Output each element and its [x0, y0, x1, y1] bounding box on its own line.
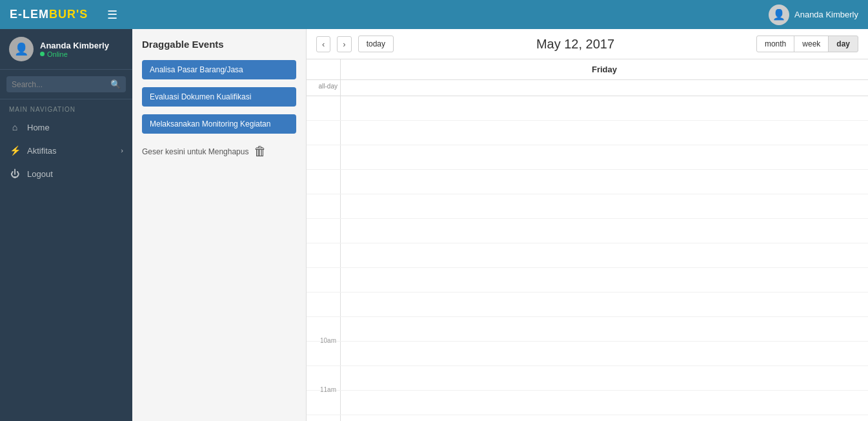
time-rows: 10am11am12pm1pm2pm3pm4pm4:00 - 6:00Anali… [307, 96, 868, 421]
time-slot[interactable] [340, 391, 868, 415]
sidebar-item-logout[interactable]: ⏻ Logout [0, 162, 132, 185]
calendar-area: ‹ › today May 12, 2017 month week day Fr… [307, 29, 868, 421]
time-row [307, 219, 868, 243]
search-input[interactable] [12, 80, 110, 89]
time-row [307, 415, 868, 421]
calendar-view-buttons: month week day [757, 36, 858, 52]
topbar: E-LEMBUR'S ☰ 👤 Ananda Kimberly [0, 0, 868, 29]
sidebar-item-label: Aktifitas [27, 146, 57, 156]
time-slot[interactable] [340, 170, 868, 194]
user-profile: 👤 Ananda Kimberly [769, 5, 858, 25]
status-label: Online [47, 50, 68, 58]
calendar-next-button[interactable]: › [337, 36, 351, 52]
draggable-event-1[interactable]: Analisa Pasar Barang/Jasa [142, 60, 296, 79]
main-layout: 👤 Ananda Kimberly Online 🔍 MAIN NAVIGATI… [0, 29, 868, 421]
time-slot[interactable] [340, 293, 868, 316]
brand-logo: E-LEMBUR'S [10, 8, 88, 21]
brand-highlight: BUR'S [49, 8, 88, 21]
topbar-left: E-LEMBUR'S ☰ [10, 8, 117, 22]
time-row [307, 170, 868, 194]
view-week-button[interactable]: week [794, 36, 829, 52]
view-day-button[interactable]: day [828, 36, 858, 52]
content-area: Draggable Events Analisa Pasar Barang/Ja… [132, 29, 868, 421]
time-label [307, 411, 340, 421]
draggable-event-3[interactable]: Melaksanakan Monitoring Kegiatan [142, 114, 296, 134]
sidebar-status: Online [40, 50, 109, 58]
allday-area [340, 80, 868, 96]
sidebar-item-aktifitas[interactable]: ⚡ Aktifitas › [0, 139, 132, 162]
sidebar: 👤 Ananda Kimberly Online 🔍 MAIN NAVIGATI… [0, 29, 132, 421]
status-dot [40, 52, 45, 56]
calendar-prev-button[interactable]: ‹ [316, 36, 330, 52]
time-slot[interactable] [340, 342, 868, 365]
time-row [307, 293, 868, 317]
time-row [307, 145, 868, 170]
allday-row: all-day [307, 80, 868, 96]
allday-label: all-day [307, 80, 340, 96]
time-slot[interactable] [340, 243, 868, 267]
time-slot[interactable] [340, 219, 868, 243]
events-panel-title: Draggable Events [142, 39, 296, 50]
time-row [307, 121, 868, 145]
events-panel: Draggable Events Analisa Pasar Barang/Ja… [132, 29, 307, 421]
time-slot[interactable] [340, 145, 868, 169]
time-slot[interactable] [340, 415, 868, 421]
sidebar-item-label: Logout [27, 169, 53, 179]
delete-hint-text: Geser kesini untuk Menghapus [142, 147, 248, 156]
topbar-username: Ananda Kimberly [794, 10, 858, 19]
home-icon: ⌂ [9, 122, 21, 132]
time-row [307, 317, 868, 342]
time-slot[interactable] [340, 366, 868, 390]
time-grid[interactable]: 10am11am12pm1pm2pm3pm4pm4:00 - 6:00Anali… [307, 96, 868, 421]
logout-icon: ⏻ [9, 169, 21, 179]
chevron-right-icon: › [121, 147, 123, 154]
search-icon[interactable]: 🔍 [110, 79, 121, 89]
time-gutter [307, 59, 340, 79]
sidebar-user-info: Ananda Kimberly Online [40, 41, 109, 58]
time-row [307, 194, 868, 219]
time-row: 11am [307, 391, 868, 415]
calendar-toolbar: ‹ › today May 12, 2017 month week day [307, 29, 868, 59]
time-slot[interactable] [340, 194, 868, 218]
sidebar-search-wrap: 🔍 [6, 76, 126, 92]
hamburger-menu[interactable]: ☰ [107, 8, 117, 22]
view-month-button[interactable]: month [756, 36, 794, 52]
sidebar-profile: 👤 Ananda Kimberly Online [0, 29, 132, 70]
trash-icon: 🗑 [254, 144, 267, 159]
sidebar-username: Ananda Kimberly [40, 41, 109, 50]
time-row [307, 268, 868, 293]
user-avatar: 👤 [769, 5, 789, 25]
time-row [307, 243, 868, 268]
calendar-title: May 12, 2017 [400, 37, 751, 52]
draggable-event-2[interactable]: Evaluasi Dokumen Kualifikasi [142, 87, 296, 107]
time-row [307, 96, 868, 121]
sidebar-item-home[interactable]: ⌂ Home [0, 116, 132, 139]
calendar-today-button[interactable]: today [358, 36, 394, 52]
aktifitas-icon: ⚡ [9, 145, 21, 156]
day-column-header: Friday [340, 59, 868, 79]
calendar-body: Friday all-day 10am11am12pm1pm2pm3pm4pm4… [307, 59, 868, 421]
sidebar-item-label: Home [27, 123, 50, 132]
sidebar-avatar: 👤 [9, 37, 34, 61]
calendar-day-header: Friday [307, 59, 868, 80]
time-slot[interactable] [340, 317, 868, 341]
time-row [307, 366, 868, 391]
time-slot[interactable] [340, 121, 868, 145]
time-slot[interactable] [340, 96, 868, 120]
delete-zone[interactable]: Geser kesini untuk Menghapus 🗑 [142, 144, 296, 159]
time-slot[interactable] [340, 268, 868, 292]
nav-label: MAIN NAVIGATION [0, 99, 132, 116]
topbar-right: 👤 Ananda Kimberly [769, 5, 858, 25]
time-row: 10am [307, 342, 868, 366]
sidebar-search-area: 🔍 [0, 70, 132, 99]
